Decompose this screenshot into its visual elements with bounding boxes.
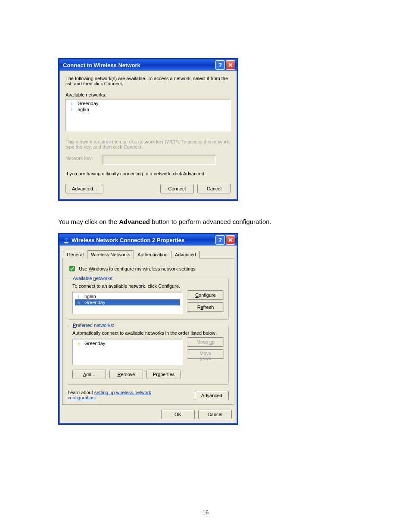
preferred-networks-group: Preferred networks: Automatically connec…	[68, 326, 229, 385]
help-icon[interactable]: ?	[215, 235, 225, 245]
connect-wireless-dialog: Connect to Wireless Network ? ✕ The foll…	[58, 58, 238, 201]
remove-button[interactable]: Remove	[109, 370, 143, 379]
group-legend: Available networks:	[72, 276, 115, 281]
close-icon[interactable]: ✕	[226, 235, 235, 245]
cancel-button[interactable]: Cancel	[197, 184, 231, 193]
page-number: 16	[0, 509, 411, 516]
help-link[interactable]: configuration.	[68, 395, 96, 400]
close-icon[interactable]: ✕	[226, 60, 235, 70]
tab-advanced[interactable]: Advanced	[171, 251, 200, 258]
preferred-hint: Automatically connect to available netwo…	[72, 330, 224, 336]
wireless-properties-dialog: Wireless Network Connection 2 Properties…	[58, 233, 238, 425]
ok-button[interactable]: OK	[161, 410, 195, 419]
available-hint: To connect to an available network, clic…	[72, 283, 224, 289]
network-item[interactable]: ⍟ Greenday	[75, 299, 180, 305]
network-item[interactable]: i nglan	[75, 293, 180, 299]
available-networks-label: Available networks:	[65, 92, 231, 97]
intro-text: The following network(s) are available. …	[65, 76, 231, 86]
learn-text: Learn about setting up wireless network …	[68, 390, 190, 400]
preferred-networks-list[interactable]: ⍟ Greenday	[72, 339, 183, 365]
move-down-button[interactable]: Move down	[187, 349, 224, 359]
network-item[interactable]: i Greenday	[68, 100, 228, 106]
use-windows-checkbox[interactable]: Use Windows to configure my wireless net…	[68, 264, 229, 273]
advanced-button[interactable]: Advanced	[195, 391, 229, 400]
properties-button[interactable]: Properties	[146, 370, 181, 379]
secure-wireless-icon: ⍟	[76, 341, 82, 346]
available-networks-list[interactable]: i Greenday i nglan	[65, 99, 231, 131]
network-item[interactable]: i nglan	[68, 106, 228, 112]
configure-button[interactable]: Configure	[187, 290, 224, 300]
tab-general[interactable]: General	[63, 251, 87, 258]
tab-wireless-networks[interactable]: Wireless Networks	[87, 250, 134, 259]
titlebar: Wireless Network Connection 2 Properties…	[59, 234, 237, 246]
dialog-title: Connect to Wireless Network	[63, 62, 140, 68]
available-networks-group: Available networks: To connect to an ava…	[68, 279, 229, 320]
titlebar: Connect to Wireless Network ? ✕	[59, 59, 237, 71]
refresh-button[interactable]: Refresh	[187, 302, 224, 312]
secure-wireless-icon: ⍟	[76, 300, 82, 305]
help-link[interactable]: setting up wireless network	[94, 390, 151, 395]
dialog-title: Wireless Network Connection 2 Properties	[72, 237, 184, 243]
add-button[interactable]: Add...	[72, 370, 106, 379]
network-item[interactable]: ⍟ Greenday	[75, 340, 180, 346]
difficulty-text: If you are having difficulty connecting …	[65, 171, 231, 176]
wep-hint: This network requires the use of a netwo…	[65, 139, 231, 149]
tab-body: Use Windows to configure my wireless net…	[62, 258, 234, 405]
cancel-button[interactable]: Cancel	[198, 410, 232, 419]
help-icon[interactable]: ?	[215, 60, 225, 70]
tabstrip: General Wireless Networks Authentication…	[61, 250, 235, 258]
connect-button[interactable]: Connect	[160, 184, 194, 193]
antenna-icon: i	[69, 101, 75, 106]
tab-authentication[interactable]: Authentication	[134, 251, 171, 258]
antenna-icon: i	[76, 294, 82, 299]
network-key-input	[103, 155, 216, 165]
group-legend: Preferred networks:	[72, 323, 115, 328]
antenna-icon: i	[69, 107, 75, 112]
advanced-button[interactable]: Advanced...	[65, 184, 103, 193]
move-up-button[interactable]: Move up	[187, 337, 224, 347]
available-networks-list[interactable]: i nglan ⍟ Greenday	[72, 292, 183, 314]
wireless-icon	[63, 238, 70, 243]
instruction-text: You may click on the Advanced button to …	[58, 218, 317, 225]
use-windows-checkbox-input[interactable]	[69, 266, 75, 271]
